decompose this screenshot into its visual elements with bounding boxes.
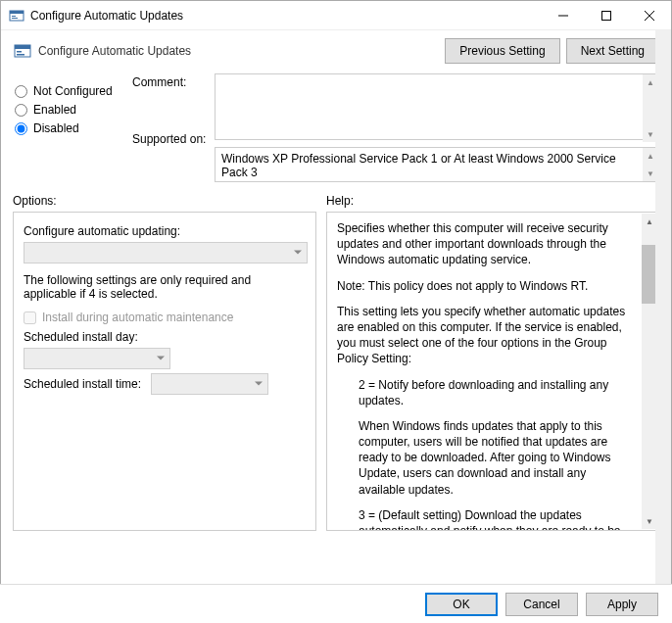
help-paragraph: When Windows finds updates that apply to… [337,418,635,498]
help-text: Specifies whether this computer will rec… [337,220,654,531]
configure-updating-label: Configure automatic updating: [24,224,306,238]
titlebar: Configure Automatic Updates [1,1,671,30]
install-time-select[interactable] [151,373,268,395]
next-setting-button[interactable]: Next Setting [566,38,659,64]
help-paragraph: 2 = Notify before downloading and instal… [337,377,635,408]
state-radios: Not Configured Enabled Disabled [15,73,132,182]
svg-rect-2 [12,16,16,17]
radio-disabled[interactable]: Disabled [15,121,132,135]
radio-disabled-input[interactable] [15,122,27,135]
comment-label: Comment: [132,73,215,132]
footer: OK Cancel Apply [0,584,672,623]
svg-rect-1 [10,11,24,14]
header: Configure Automatic Updates Previous Set… [1,30,671,70]
field-labels: Comment: Supported on: [132,73,215,182]
close-button[interactable] [628,1,671,30]
panels: Configure automatic updating: The follow… [1,212,671,531]
dialog-scrollbar[interactable] [655,30,671,584]
svg-rect-11 [17,54,24,56]
svg-rect-5 [602,11,611,20]
policy-icon [13,41,32,61]
help-paragraph: Note: This policy does not apply to Wind… [337,278,635,294]
radio-label: Not Configured [33,84,113,98]
supported-label: Supported on: [132,132,215,146]
field-values: ▲ ▼ Windows XP Professional Service Pack… [215,73,659,182]
install-maintenance-checkbox[interactable] [24,312,36,324]
radio-not-configured[interactable]: Not Configured [15,84,132,98]
supported-on-box: Windows XP Professional Service Pack 1 o… [215,147,659,182]
section-labels: Options: Help: [1,186,671,212]
install-time-label: Scheduled install time: [24,377,141,391]
radio-enabled-input[interactable] [15,104,27,117]
help-heading: Help: [326,194,354,208]
help-paragraph: Specifies whether this computer will rec… [337,220,635,268]
window-title: Configure Automatic Updates [30,9,542,23]
minimize-button[interactable] [542,1,585,30]
radio-enabled[interactable]: Enabled [15,103,132,117]
options-panel: Configure automatic updating: The follow… [13,212,316,531]
install-day-label: Scheduled install day: [24,330,306,344]
svg-rect-3 [12,18,18,19]
help-paragraph: This setting lets you specify whether au… [337,304,635,367]
svg-rect-10 [17,51,22,53]
help-paragraph: 3 = (Default setting) Download the updat… [337,507,635,531]
options-heading: Options: [13,194,326,208]
previous-setting-button[interactable]: Previous Setting [445,38,559,64]
svg-rect-9 [15,45,30,49]
app-icon [9,8,24,24]
apply-button[interactable]: Apply [586,593,658,616]
options-note: The following settings are only required… [24,273,306,301]
ok-button[interactable]: OK [425,593,498,616]
comment-textarea[interactable] [215,73,659,140]
config-section: Not Configured Enabled Disabled Comment:… [1,70,671,186]
install-day-select[interactable] [24,348,170,369]
radio-not-configured-input[interactable] [15,85,27,98]
install-maintenance-checkbox-row[interactable]: Install during automatic maintenance [24,311,306,324]
radio-label: Enabled [33,103,76,117]
header-title: Configure Automatic Updates [38,44,439,58]
maximize-button[interactable] [585,1,628,30]
cancel-button[interactable]: Cancel [505,593,578,616]
radio-label: Disabled [33,121,79,135]
install-maintenance-label: Install during automatic maintenance [42,311,233,324]
help-panel: Specifies whether this computer will rec… [326,212,659,531]
configure-updating-select[interactable] [24,242,308,264]
